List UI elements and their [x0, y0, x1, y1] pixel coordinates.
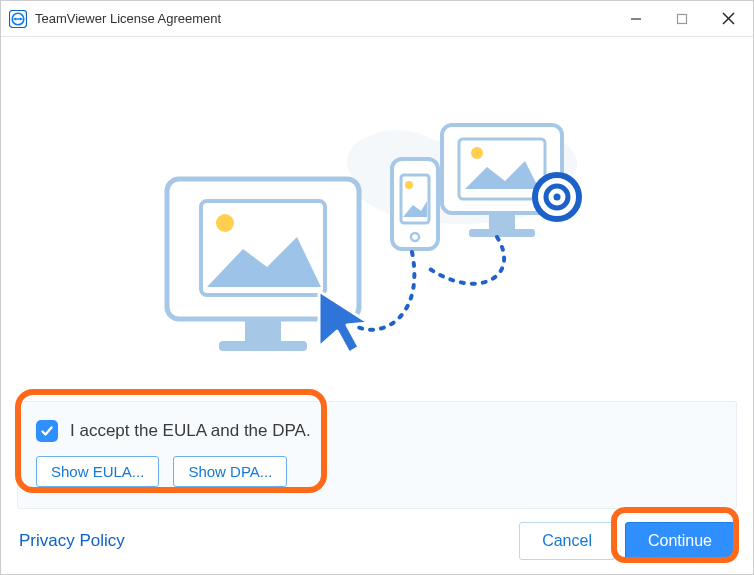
accept-eula-label: I accept the EULA and the DPA.	[70, 421, 311, 441]
svg-point-29	[216, 214, 234, 232]
svg-rect-13	[489, 215, 515, 229]
accept-eula-checkbox[interactable]	[36, 420, 58, 442]
svg-rect-4	[16, 18, 20, 19]
titlebar: TeamViewer License Agreement	[1, 1, 753, 37]
svg-point-20	[554, 194, 561, 201]
maximize-button[interactable]	[659, 1, 705, 37]
svg-line-7	[723, 13, 734, 24]
svg-point-16	[471, 147, 483, 159]
continue-button[interactable]: Continue	[625, 522, 735, 560]
svg-rect-27	[219, 341, 307, 351]
window-controls	[613, 1, 751, 37]
window-title: TeamViewer License Agreement	[35, 11, 221, 26]
show-dpa-button[interactable]: Show DPA...	[173, 456, 287, 487]
close-button[interactable]	[705, 1, 751, 37]
footer: Privacy Policy Cancel Continue	[19, 522, 735, 560]
agreement-panel: I accept the EULA and the DPA. Show EULA…	[17, 401, 737, 509]
show-eula-button[interactable]: Show EULA...	[36, 456, 159, 487]
cancel-button[interactable]: Cancel	[519, 522, 615, 560]
svg-point-23	[405, 181, 413, 189]
svg-rect-14	[469, 229, 535, 237]
svg-rect-26	[245, 321, 281, 341]
minimize-button[interactable]	[613, 1, 659, 37]
svg-line-8	[723, 13, 734, 24]
svg-rect-15	[459, 139, 545, 199]
teamviewer-logo-icon	[9, 10, 27, 28]
privacy-policy-link[interactable]: Privacy Policy	[19, 531, 125, 551]
hero-illustration	[1, 67, 753, 387]
svg-rect-6	[678, 14, 687, 23]
